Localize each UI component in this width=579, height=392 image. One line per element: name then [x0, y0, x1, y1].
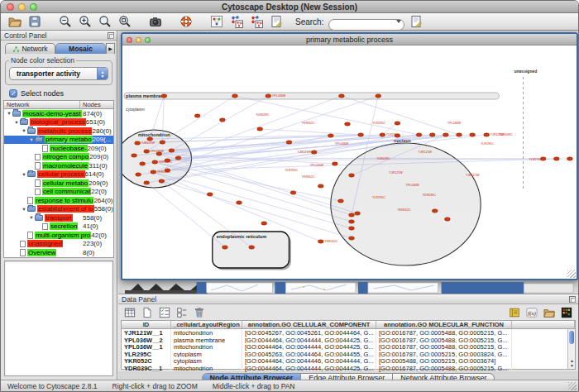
network-node[interactable] [444, 218, 450, 221]
network-tree-row[interactable]: secretion41(0) [4, 222, 113, 232]
expand-arrow-icon[interactable]: ▼ [21, 207, 27, 212]
network-tree-row[interactable]: cellular metabo209(0) [4, 179, 113, 188]
network-node[interactable] [318, 184, 323, 188]
network-node[interactable] [484, 133, 490, 136]
attribute-batch-button[interactable] [175, 306, 189, 319]
network-node[interactable] [337, 199, 343, 203]
attribute-cell[interactable]: YPL036W__2 [122, 337, 171, 344]
network-node[interactable] [380, 133, 385, 136]
expand-arrow-icon[interactable]: ▼ [21, 172, 27, 177]
network-node[interactable] [132, 154, 137, 157]
tab-mosaic[interactable]: Mosaic [55, 43, 106, 54]
attribute-cell[interactable]: YLR295C [122, 351, 171, 358]
network-node[interactable] [160, 141, 165, 144]
expand-arrow-icon[interactable]: ▼ [21, 128, 27, 133]
zoom-out-button[interactable] [56, 14, 74, 30]
network-node[interactable] [144, 150, 150, 153]
network-node[interactable] [286, 141, 292, 144]
network-tree-row[interactable]: ▼mosaic-demo-yeast874(0) [4, 109, 113, 118]
search-dropdown-chevron-icon[interactable] [396, 20, 401, 23]
attribute-cell[interactable]: [GO:0045267, GO:0045261, GO:0044464, G..… [242, 329, 376, 337]
view-zoom-button[interactable] [145, 37, 151, 43]
layout-blue-button[interactable] [227, 14, 245, 30]
attribute-cell[interactable]: [GO:0044464, GO:0044446, GO:0044444, G..… [242, 357, 376, 365]
network-node[interactable] [261, 222, 267, 225]
network-node[interactable] [416, 133, 422, 136]
network-node[interactable] [147, 137, 153, 141]
network-node[interactable] [376, 94, 381, 98]
zoom-selected-button[interactable] [96, 14, 113, 30]
network-tree-row[interactable]: cell communicat22(0) [4, 188, 113, 197]
column-layout-region[interactable]: _cellularLayoutRegion [171, 321, 242, 328]
annotation-button[interactable] [267, 14, 285, 30]
network-node[interactable] [349, 174, 355, 177]
network-canvas[interactable]: plasma membrane cytoplasm unassigned mit… [122, 45, 577, 279]
network-node[interactable] [395, 122, 400, 125]
network-node[interactable] [232, 94, 238, 98]
help-button[interactable] [177, 14, 194, 30]
column-molecular-function[interactable]: annotation.GO MOLECULAR_FUNCTION [376, 321, 512, 328]
expand-arrow-icon[interactable]: ▼ [13, 120, 20, 125]
attribute-cell[interactable]: [GO:0016787, GO:0005488, GO:0005215, G..… [376, 365, 512, 372]
network-node[interactable] [349, 220, 355, 223]
snapshot-button[interactable] [146, 14, 164, 30]
network-node[interactable] [567, 157, 573, 160]
network-node[interactable] [237, 201, 242, 204]
tree-column-nodes[interactable]: Nodes [80, 101, 113, 108]
network-node[interactable] [355, 212, 361, 215]
network-node[interactable] [140, 162, 146, 165]
network-view-window[interactable]: primary metabolic process plasma membran… [121, 32, 578, 280]
attribute-cell[interactable]: YKR052C [122, 357, 171, 365]
birdseye-view[interactable] [4, 261, 113, 376]
zoom-window-button[interactable] [30, 3, 37, 11]
attribute-cell[interactable]: [GO:0044464, GO:0044444, GO:0044425, G..… [242, 337, 376, 344]
close-button[interactable] [7, 3, 14, 11]
new-attribute-button[interactable] [140, 306, 155, 319]
network-tree-row[interactable]: macromolecule311(0) [4, 161, 113, 170]
network-node[interactable] [219, 118, 225, 122]
network-node[interactable] [457, 133, 462, 136]
attribute-cell[interactable]: [GO:0016787, GO:0005488, GO:0005215, G..… [376, 329, 512, 337]
window-resize-grip[interactable] [568, 382, 577, 390]
network-view-titlebar[interactable]: primary metabolic process [122, 34, 577, 45]
search-input[interactable] [328, 19, 404, 31]
network-node[interactable] [144, 181, 150, 184]
network-node[interactable] [332, 162, 337, 165]
open-session-button[interactable] [6, 14, 23, 30]
attribute-book-button[interactable] [507, 306, 522, 319]
attribute-cell[interactable]: plasma membrane [171, 337, 242, 344]
network-node[interactable] [159, 179, 165, 183]
network-tree-row[interactable]: nitrogen compo209(0) [4, 153, 113, 162]
network-node[interactable] [345, 122, 351, 126]
network-node[interactable] [349, 237, 355, 240]
attribute-cell[interactable]: [GO:0005488, GO:0005215, GO:0003674] [376, 357, 512, 365]
network-node[interactable] [311, 151, 317, 154]
minimize-button[interactable] [18, 3, 26, 11]
save-session-button[interactable] [26, 14, 43, 30]
layout-red-button[interactable] [247, 14, 265, 30]
view-minimize-button[interactable] [136, 37, 141, 43]
attribute-row[interactable]: YLR295Ccytoplasm[GO:0045263, GO:0044464,… [122, 351, 575, 358]
attribute-cell[interactable]: YDR039C__1 [122, 365, 171, 372]
attribute-cell[interactable]: [GO:0016787, GO:0005488, GO:0005215, G..… [376, 343, 512, 351]
attribute-cell[interactable]: mitochondrion [171, 329, 242, 337]
view-close-button[interactable] [127, 37, 132, 43]
network-node[interactable] [349, 227, 355, 230]
network-node[interactable] [249, 246, 255, 249]
float-panel-icon[interactable] [108, 32, 114, 39]
tab-scroll-right-button[interactable]: ▶ [106, 43, 115, 54]
formula-builder-button[interactable] [524, 306, 539, 319]
network-tree-row[interactable]: ▼primary metabo209(... [4, 136, 113, 145]
network-tree-row[interactable]: ▼transport558(0) [4, 213, 113, 222]
network-node[interactable] [470, 133, 476, 136]
window-titlebar[interactable]: Cytoscape Desktop (New Session) [1, 1, 578, 13]
network-node[interactable] [135, 141, 141, 145]
network-tree-row[interactable]: nucleobase-209(0) [4, 144, 113, 153]
column-empty[interactable] [512, 321, 575, 328]
network-node[interactable] [257, 127, 263, 131]
network-node[interactable] [349, 213, 355, 217]
network-node[interactable] [152, 160, 158, 164]
expand-arrow-icon[interactable]: ▼ [28, 137, 35, 142]
network-tree-row[interactable]: multi-organism pro42(0) [4, 231, 113, 240]
network-manager-button[interactable] [208, 14, 225, 30]
